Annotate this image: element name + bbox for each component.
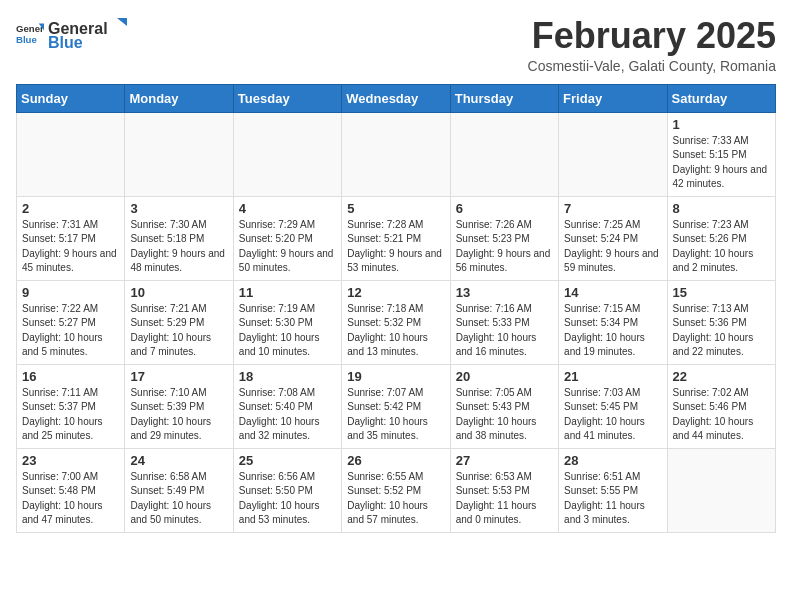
day-number: 16 — [22, 369, 119, 384]
day-number: 6 — [456, 201, 553, 216]
day-number: 14 — [564, 285, 661, 300]
day-number: 12 — [347, 285, 444, 300]
calendar-cell: 5Sunrise: 7:28 AM Sunset: 5:21 PM Daylig… — [342, 196, 450, 280]
calendar-cell: 20Sunrise: 7:05 AM Sunset: 5:43 PM Dayli… — [450, 364, 558, 448]
day-info: Sunrise: 7:19 AM Sunset: 5:30 PM Dayligh… — [239, 302, 336, 360]
day-info: Sunrise: 7:03 AM Sunset: 5:45 PM Dayligh… — [564, 386, 661, 444]
calendar-cell: 22Sunrise: 7:02 AM Sunset: 5:46 PM Dayli… — [667, 364, 775, 448]
calendar-cell — [667, 448, 775, 532]
calendar-cell: 16Sunrise: 7:11 AM Sunset: 5:37 PM Dayli… — [17, 364, 125, 448]
calendar-cell: 19Sunrise: 7:07 AM Sunset: 5:42 PM Dayli… — [342, 364, 450, 448]
calendar-cell — [559, 112, 667, 196]
calendar-cell: 10Sunrise: 7:21 AM Sunset: 5:29 PM Dayli… — [125, 280, 233, 364]
day-info: Sunrise: 7:10 AM Sunset: 5:39 PM Dayligh… — [130, 386, 227, 444]
day-number: 11 — [239, 285, 336, 300]
weekday-header-wednesday: Wednesday — [342, 84, 450, 112]
logo-icon: General Blue — [16, 20, 44, 48]
title-block: February 2025 Cosmestii-Vale, Galati Cou… — [528, 16, 776, 74]
weekday-header-saturday: Saturday — [667, 84, 775, 112]
calendar-cell: 12Sunrise: 7:18 AM Sunset: 5:32 PM Dayli… — [342, 280, 450, 364]
calendar-cell: 6Sunrise: 7:26 AM Sunset: 5:23 PM Daylig… — [450, 196, 558, 280]
calendar-cell: 8Sunrise: 7:23 AM Sunset: 5:26 PM Daylig… — [667, 196, 775, 280]
day-number: 17 — [130, 369, 227, 384]
day-number: 21 — [564, 369, 661, 384]
day-number: 7 — [564, 201, 661, 216]
calendar-cell: 2Sunrise: 7:31 AM Sunset: 5:17 PM Daylig… — [17, 196, 125, 280]
day-number: 2 — [22, 201, 119, 216]
day-number: 24 — [130, 453, 227, 468]
day-number: 18 — [239, 369, 336, 384]
calendar-cell — [342, 112, 450, 196]
day-info: Sunrise: 7:26 AM Sunset: 5:23 PM Dayligh… — [456, 218, 553, 276]
calendar-cell: 1Sunrise: 7:33 AM Sunset: 5:15 PM Daylig… — [667, 112, 775, 196]
day-number: 26 — [347, 453, 444, 468]
calendar-table: SundayMondayTuesdayWednesdayThursdayFrid… — [16, 84, 776, 533]
calendar-cell: 11Sunrise: 7:19 AM Sunset: 5:30 PM Dayli… — [233, 280, 341, 364]
weekday-header-row: SundayMondayTuesdayWednesdayThursdayFrid… — [17, 84, 776, 112]
day-number: 15 — [673, 285, 770, 300]
calendar-cell: 7Sunrise: 7:25 AM Sunset: 5:24 PM Daylig… — [559, 196, 667, 280]
month-title: February 2025 — [528, 16, 776, 56]
weekday-header-tuesday: Tuesday — [233, 84, 341, 112]
day-number: 4 — [239, 201, 336, 216]
calendar-cell: 28Sunrise: 6:51 AM Sunset: 5:55 PM Dayli… — [559, 448, 667, 532]
calendar-cell: 25Sunrise: 6:56 AM Sunset: 5:50 PM Dayli… — [233, 448, 341, 532]
day-info: Sunrise: 7:23 AM Sunset: 5:26 PM Dayligh… — [673, 218, 770, 276]
day-info: Sunrise: 7:21 AM Sunset: 5:29 PM Dayligh… — [130, 302, 227, 360]
day-info: Sunrise: 7:07 AM Sunset: 5:42 PM Dayligh… — [347, 386, 444, 444]
calendar-cell: 4Sunrise: 7:29 AM Sunset: 5:20 PM Daylig… — [233, 196, 341, 280]
day-info: Sunrise: 7:33 AM Sunset: 5:15 PM Dayligh… — [673, 134, 770, 192]
day-info: Sunrise: 7:30 AM Sunset: 5:18 PM Dayligh… — [130, 218, 227, 276]
day-info: Sunrise: 7:02 AM Sunset: 5:46 PM Dayligh… — [673, 386, 770, 444]
calendar-cell: 24Sunrise: 6:58 AM Sunset: 5:49 PM Dayli… — [125, 448, 233, 532]
calendar-cell: 14Sunrise: 7:15 AM Sunset: 5:34 PM Dayli… — [559, 280, 667, 364]
calendar-cell — [17, 112, 125, 196]
day-number: 20 — [456, 369, 553, 384]
logo: General Blue General Blue — [16, 16, 127, 52]
day-number: 5 — [347, 201, 444, 216]
day-number: 22 — [673, 369, 770, 384]
day-number: 27 — [456, 453, 553, 468]
day-info: Sunrise: 7:16 AM Sunset: 5:33 PM Dayligh… — [456, 302, 553, 360]
page-header: General Blue General Blue February 2025 … — [16, 16, 776, 74]
day-info: Sunrise: 7:22 AM Sunset: 5:27 PM Dayligh… — [22, 302, 119, 360]
calendar-week-row: 23Sunrise: 7:00 AM Sunset: 5:48 PM Dayli… — [17, 448, 776, 532]
day-number: 3 — [130, 201, 227, 216]
calendar-week-row: 16Sunrise: 7:11 AM Sunset: 5:37 PM Dayli… — [17, 364, 776, 448]
day-info: Sunrise: 6:51 AM Sunset: 5:55 PM Dayligh… — [564, 470, 661, 528]
calendar-cell: 13Sunrise: 7:16 AM Sunset: 5:33 PM Dayli… — [450, 280, 558, 364]
day-number: 1 — [673, 117, 770, 132]
day-info: Sunrise: 6:53 AM Sunset: 5:53 PM Dayligh… — [456, 470, 553, 528]
weekday-header-sunday: Sunday — [17, 84, 125, 112]
svg-marker-3 — [117, 18, 127, 26]
calendar-week-row: 1Sunrise: 7:33 AM Sunset: 5:15 PM Daylig… — [17, 112, 776, 196]
calendar-cell: 18Sunrise: 7:08 AM Sunset: 5:40 PM Dayli… — [233, 364, 341, 448]
calendar-cell — [233, 112, 341, 196]
day-info: Sunrise: 7:00 AM Sunset: 5:48 PM Dayligh… — [22, 470, 119, 528]
calendar-cell — [125, 112, 233, 196]
calendar-cell: 21Sunrise: 7:03 AM Sunset: 5:45 PM Dayli… — [559, 364, 667, 448]
day-number: 25 — [239, 453, 336, 468]
day-info: Sunrise: 7:29 AM Sunset: 5:20 PM Dayligh… — [239, 218, 336, 276]
calendar-cell: 3Sunrise: 7:30 AM Sunset: 5:18 PM Daylig… — [125, 196, 233, 280]
calendar-week-row: 9Sunrise: 7:22 AM Sunset: 5:27 PM Daylig… — [17, 280, 776, 364]
day-number: 10 — [130, 285, 227, 300]
day-info: Sunrise: 7:11 AM Sunset: 5:37 PM Dayligh… — [22, 386, 119, 444]
calendar-cell — [450, 112, 558, 196]
day-info: Sunrise: 7:28 AM Sunset: 5:21 PM Dayligh… — [347, 218, 444, 276]
calendar-cell: 26Sunrise: 6:55 AM Sunset: 5:52 PM Dayli… — [342, 448, 450, 532]
day-number: 19 — [347, 369, 444, 384]
day-info: Sunrise: 7:08 AM Sunset: 5:40 PM Dayligh… — [239, 386, 336, 444]
day-info: Sunrise: 7:05 AM Sunset: 5:43 PM Dayligh… — [456, 386, 553, 444]
location-text: Cosmestii-Vale, Galati County, Romania — [528, 58, 776, 74]
svg-text:Blue: Blue — [16, 34, 37, 45]
calendar-cell: 17Sunrise: 7:10 AM Sunset: 5:39 PM Dayli… — [125, 364, 233, 448]
weekday-header-monday: Monday — [125, 84, 233, 112]
day-number: 9 — [22, 285, 119, 300]
day-info: Sunrise: 6:58 AM Sunset: 5:49 PM Dayligh… — [130, 470, 227, 528]
calendar-cell: 23Sunrise: 7:00 AM Sunset: 5:48 PM Dayli… — [17, 448, 125, 532]
day-info: Sunrise: 7:18 AM Sunset: 5:32 PM Dayligh… — [347, 302, 444, 360]
day-info: Sunrise: 7:15 AM Sunset: 5:34 PM Dayligh… — [564, 302, 661, 360]
logo-arrow-icon — [109, 16, 127, 34]
weekday-header-thursday: Thursday — [450, 84, 558, 112]
